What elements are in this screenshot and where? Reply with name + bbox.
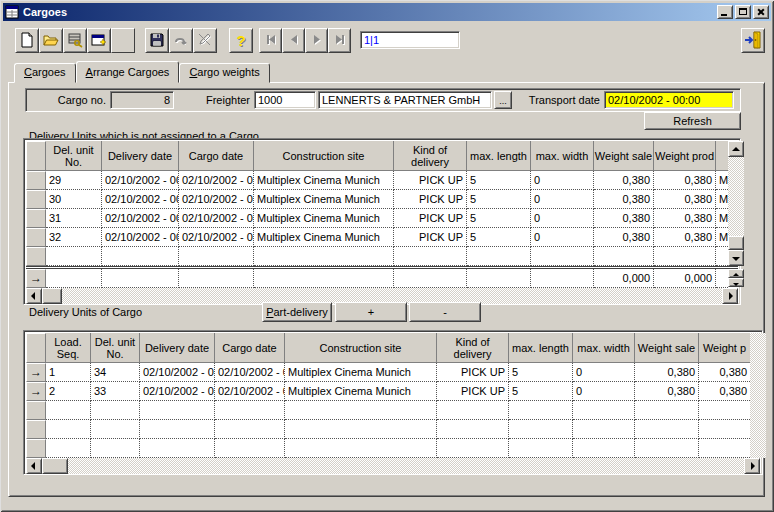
summary-row-selector[interactable]: → (26, 269, 46, 288)
help-button[interactable]: ? (229, 28, 253, 53)
cell-empty[interactable] (394, 247, 467, 266)
cell-empty[interactable] (179, 269, 254, 288)
cell-max-width[interactable]: 0 (531, 190, 594, 209)
cell-max-width[interactable]: 0 (573, 363, 635, 382)
cell-empty[interactable] (699, 401, 750, 420)
cell-del-unit-no[interactable]: 30 (46, 190, 102, 209)
row-selector[interactable] (26, 171, 46, 190)
cell-empty[interactable] (91, 401, 140, 420)
cell-empty[interactable] (699, 420, 750, 439)
cell-del-unit-no[interactable]: 31 (46, 209, 102, 228)
cell-cargo-date[interactable]: 02/10/2002 - 00:00 (179, 228, 254, 247)
row-selector[interactable] (26, 247, 46, 266)
exit-button[interactable] (741, 28, 765, 53)
cell-empty[interactable] (509, 401, 573, 420)
cell-empty[interactable] (635, 401, 699, 420)
cell-delivery-date[interactable]: 02/10/2002 - 00:00 (140, 382, 215, 401)
cell-weight-sale[interactable]: 0,380 (635, 382, 699, 401)
cell-empty[interactable] (635, 439, 699, 458)
cell-empty[interactable] (91, 439, 140, 458)
record-indicator-field[interactable] (360, 31, 460, 49)
refresh-button[interactable]: Refresh (644, 112, 741, 130)
cell-weight-prod[interactable]: 0,380 (654, 190, 716, 209)
cell-empty[interactable] (594, 247, 654, 266)
cell-weight-prod[interactable]: 0,380 (654, 228, 716, 247)
cell-construction-site[interactable]: Multiplex Cinema Munich (285, 382, 437, 401)
cell-delivery-date[interactable]: 02/10/2002 - 00:00 (102, 171, 179, 190)
cell-truncated[interactable]: M (716, 190, 728, 209)
cell-empty[interactable] (394, 269, 467, 288)
scroll-thumb[interactable] (42, 458, 68, 474)
cell-construction-site[interactable]: Multiplex Cinema Munich (254, 209, 394, 228)
cell-cargo-date[interactable]: 02/10/2002 - 00:00 (179, 190, 254, 209)
row-selector[interactable] (26, 439, 46, 458)
cell-empty[interactable] (509, 420, 573, 439)
freighter-code-field[interactable] (254, 91, 316, 109)
titlebar[interactable]: Cargoes (3, 3, 771, 21)
cell-empty[interactable] (573, 420, 635, 439)
cell-del-unit-no[interactable]: 29 (46, 171, 102, 190)
cell-empty[interactable] (285, 420, 437, 439)
cell-del-unit-no[interactable]: 34 (91, 363, 140, 382)
scroll-up-button[interactable] (728, 141, 744, 157)
save-button[interactable] (145, 28, 169, 53)
scroll-left-button[interactable] (26, 288, 42, 304)
cell-construction-site[interactable]: Multiplex Cinema Munich (254, 190, 394, 209)
cell-delivery-date[interactable]: 02/10/2002 - 00:00 (102, 190, 179, 209)
cell-empty[interactable] (46, 439, 91, 458)
scroll-left-button[interactable] (26, 458, 42, 474)
lookup-button[interactable] (63, 28, 87, 53)
horizontal-scrollbar[interactable] (26, 458, 760, 474)
cell-truncated[interactable]: M (716, 228, 728, 247)
cell-truncated[interactable]: M (716, 209, 728, 228)
summary-weight-sale[interactable]: 0,000 (594, 269, 654, 288)
summary-weight-prod[interactable]: 0,000 (654, 269, 716, 288)
freighter-name-field[interactable] (318, 91, 492, 109)
cell-empty[interactable] (654, 247, 716, 266)
cell-empty[interactable] (635, 420, 699, 439)
cell-empty[interactable] (140, 439, 215, 458)
cell-max-length[interactable]: 5 (509, 363, 573, 382)
cell-empty[interactable] (531, 269, 594, 288)
cell-empty[interactable] (140, 420, 215, 439)
cell-empty[interactable] (285, 439, 437, 458)
cell-max-length[interactable]: 5 (509, 382, 573, 401)
cell-delivery-date[interactable]: 02/10/2002 - 00:00 (102, 228, 179, 247)
cell-empty[interactable] (215, 439, 285, 458)
cell-weight-prod[interactable]: 0,380 (699, 363, 750, 382)
vertical-scrollbar[interactable] (728, 141, 744, 266)
cell-cargo-date[interactable]: 02/10/2002 - 00:00 (215, 382, 285, 401)
transport-date-field[interactable] (604, 91, 734, 109)
cell-empty[interactable] (509, 439, 573, 458)
cell-weight-sale[interactable]: 0,380 (635, 363, 699, 382)
cell-empty[interactable] (179, 247, 254, 266)
scroll-track[interactable] (68, 458, 744, 474)
cell-load-seq[interactable]: 2 (46, 382, 91, 401)
cell-empty[interactable] (140, 401, 215, 420)
cell-kind-of-delivery[interactable]: PICK UP (394, 190, 467, 209)
cell-weight-sale[interactable]: 0,380 (594, 190, 654, 209)
form-button[interactable] (87, 28, 111, 53)
cell-max-length[interactable]: 5 (467, 171, 531, 190)
cell-max-width[interactable]: 0 (531, 228, 594, 247)
cell-max-width[interactable]: 0 (531, 171, 594, 190)
cell-weight-prod[interactable]: 0,380 (699, 382, 750, 401)
cell-max-length[interactable]: 5 (467, 228, 531, 247)
cell-weight-sale[interactable]: 0,380 (594, 171, 654, 190)
part-delivery-button[interactable]: Part-delivery (262, 302, 332, 322)
cell-empty[interactable] (102, 247, 179, 266)
cell-construction-site[interactable]: Multiplex Cinema Munich (254, 171, 394, 190)
cell-empty[interactable] (102, 269, 179, 288)
cell-delivery-date[interactable]: 02/10/2002 - 00:00 (102, 209, 179, 228)
cell-kind-of-delivery[interactable]: PICK UP (394, 228, 467, 247)
cell-weight-sale[interactable]: 0,380 (594, 209, 654, 228)
cell-empty[interactable] (46, 269, 102, 288)
cell-empty[interactable] (531, 247, 594, 266)
vertical-scrollbar[interactable] (750, 333, 766, 458)
cell-empty[interactable] (573, 439, 635, 458)
cell-weight-prod[interactable]: 0,380 (654, 209, 716, 228)
row-selector[interactable] (26, 190, 46, 209)
close-button[interactable] (753, 5, 769, 19)
cell-empty[interactable] (699, 439, 750, 458)
cell-empty[interactable] (215, 401, 285, 420)
